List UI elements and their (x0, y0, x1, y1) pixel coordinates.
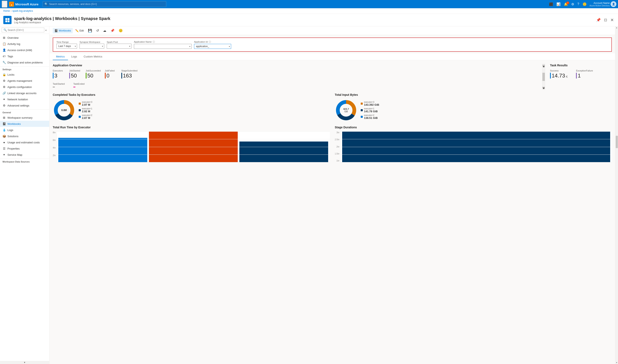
sidebar-search-input[interactable] (8, 29, 42, 31)
overview-row: Application Overview Executors 3 JobStar… (53, 64, 612, 90)
refresh-icon: ↺ (96, 29, 99, 33)
pin-button[interactable]: 📌 (595, 17, 602, 23)
executors-bar (53, 73, 53, 78)
avatar[interactable]: 👤 (611, 1, 616, 7)
stage-submitted-bar (121, 73, 122, 78)
global-search-box[interactable]: 🔍 (43, 1, 166, 7)
sidebar-item-overview[interactable]: ⊞ Overview (0, 35, 49, 41)
breadcrumb-home[interactable]: Home (3, 10, 10, 12)
sidebar-item-agents-management[interactable]: ⚙ Agents management (0, 78, 49, 84)
stage-y-labels: 3hr 2.5hr 2hr 1.5hr 1hr (335, 131, 339, 162)
azure-logo-icon: 🔥 (9, 2, 14, 7)
sidebar-item-usage-costs[interactable]: ● Usage and estimated costs (0, 139, 49, 145)
sidebar-item-workbooks[interactable]: 📓 Workbooks (0, 121, 49, 127)
sidebar-item-solutions[interactable]: 📦 Solutions (0, 133, 49, 139)
sidebar-item-activity-log[interactable]: 📋 Activity log (0, 41, 49, 47)
scroll-thumb[interactable] (542, 73, 545, 81)
application-name-select[interactable] (134, 44, 192, 49)
pin-toolbar-button[interactable]: 📌 (109, 28, 116, 34)
sidebar-search-icon: 🔍 (3, 28, 7, 31)
diagnose-icon: 🔧 (2, 61, 6, 64)
sidebar-item-advanced-settings[interactable]: ⚙ Advanced settings (0, 102, 49, 109)
breadcrumb-resource[interactable]: spark-log-analytics (12, 10, 33, 12)
settings-section-label: Settings (0, 66, 49, 71)
feedback-smiley-button[interactable]: 🙂 (581, 1, 588, 7)
solutions-icon: 📦 (2, 134, 6, 138)
legend-color-blue1 (79, 116, 81, 118)
legend-color-orange2 (361, 103, 363, 105)
feedback-toolbar-button[interactable]: 🙂 (117, 28, 124, 34)
refresh-toolbar-button[interactable]: ↺ (95, 28, 101, 34)
scroll-track-bottom (542, 81, 545, 86)
sidebar-search-box[interactable]: 🔍 (2, 28, 44, 32)
hamburger-menu[interactable]: ☰ (2, 1, 7, 8)
scrollbar-thumb-main[interactable] (616, 136, 618, 148)
total-input-bytes-legend: executor=3 143.392 GiB executor=1 141.78… (361, 101, 379, 119)
task-ended-indicator (73, 87, 75, 87)
sidebar-item-service-map[interactable]: ✦ Service Map (0, 152, 49, 158)
settings-button[interactable]: ⚙ (570, 1, 575, 7)
application-name-filter: Application Name ⓘ (134, 40, 192, 49)
tab-logs[interactable]: Logs (68, 53, 80, 60)
synapse-workspace-select[interactable] (79, 44, 104, 49)
scrollbar-up[interactable]: ▲ (616, 26, 618, 29)
notifications-button[interactable]: 🔔 7 (563, 1, 569, 7)
close-button[interactable]: ✕ (610, 17, 615, 23)
metric-job-succeeded: JobSucceeded 50 (86, 69, 105, 81)
scrollbar-down[interactable]: ▼ (616, 361, 618, 364)
svg-text:8.8M: 8.8M (61, 109, 67, 112)
save-toolbar-button[interactable]: 💾 (86, 28, 94, 34)
sidebar-item-network-isolation[interactable]: ✦ Network Isolation (0, 96, 49, 102)
tab-custom-metrics[interactable]: Custom Metrics (80, 53, 105, 60)
app-overview-panel: Application Overview Executors 3 JobStar… (53, 64, 537, 90)
workbooks-toolbar-button[interactable]: 📓 Workbooks (53, 28, 73, 33)
usage-costs-icon: ● (2, 141, 6, 144)
resource-header-actions: 📌 ⊡ ✕ (595, 17, 615, 23)
sidebar-item-diagnose[interactable]: 🔧 Diagnose and solve problems (0, 59, 49, 65)
sidebar-item-access-control[interactable]: 👤 Access control (IAM) (0, 47, 49, 53)
application-id-filter: Application Id ⓘ application_ (194, 40, 231, 49)
pin-icon: 📌 (110, 29, 115, 33)
sidebar-item-logs[interactable]: 💧 Logs (0, 127, 49, 133)
main-scrollbar[interactable]: ▲ ▼ (615, 26, 618, 364)
cloud-shell-button[interactable]: ⬛ (548, 1, 554, 7)
sidebar-scroll-down[interactable]: ▼ (0, 361, 49, 364)
help-button[interactable]: ? (576, 1, 580, 7)
spark-pool-select[interactable] (107, 44, 131, 49)
topbar: ☰ 🔥 Microsoft Azure 🔍 ⬛ 📊 🔔 7 ⚙ ? 🙂 Acco… (0, 0, 618, 8)
sidebar-item-locks[interactable]: 🔒 Locks (0, 71, 49, 78)
tags-icon: 🏷 (2, 55, 6, 58)
sidebar-item-service-map-label: Service Map (7, 153, 22, 156)
scroll-down-arrow[interactable]: ▼ (542, 87, 545, 89)
application-id-select-wrapper: application_ (194, 44, 231, 49)
stage-durations-title: Stage Durations (335, 126, 612, 129)
overview-icon: ⊞ (2, 36, 6, 39)
overview-scrollbar[interactable]: ▲ ▼ (542, 64, 545, 90)
sidebar-item-workspace-summary[interactable]: ⊞ Workspace summary (0, 115, 49, 121)
tab-metrics[interactable]: Metrics (53, 53, 68, 60)
application-name-select-wrapper (134, 44, 192, 49)
sidebar-item-tags[interactable]: 🏷 Tags (0, 53, 49, 59)
share-toolbar-button[interactable]: ☁ (101, 28, 108, 34)
global-search-input[interactable] (49, 3, 164, 6)
scroll-up-arrow[interactable]: ▲ (542, 65, 545, 67)
open-fullscreen-button[interactable]: ⊡ (603, 17, 608, 23)
exception-bar (576, 73, 577, 78)
feedback-button[interactable]: 📊 (555, 1, 562, 7)
sidebar-collapse-button[interactable]: « (44, 28, 48, 32)
edit-toolbar-button[interactable]: ✏️ Edit (74, 28, 86, 33)
account-info: Account Name Azure Active Directory (590, 2, 610, 7)
sidebar-item-agents-configuration[interactable]: ⚙ Agents configuration (0, 84, 49, 90)
legend-color-blue2 (361, 116, 363, 118)
sidebar-item-properties[interactable]: ☰ Properties (0, 145, 49, 152)
sidebar-item-linked-storage[interactable]: 🔗 Linked storage accounts (0, 90, 49, 96)
time-range-select[interactable]: Last 7 days (56, 44, 77, 49)
notification-badge: 7 (566, 1, 569, 4)
stage-y-label-1hr: 1hr (336, 160, 339, 162)
application-id-select[interactable]: application_ (194, 44, 231, 49)
service-map-icon: ✦ (2, 153, 6, 156)
tabs-bar: Metrics Logs Custom Metrics (50, 53, 615, 60)
total-input-bytes-svg: 423.7 GiB (335, 99, 357, 122)
sidebar-item-workbooks-label: Workbooks (7, 122, 21, 125)
workspace-icon-svg (5, 17, 10, 23)
